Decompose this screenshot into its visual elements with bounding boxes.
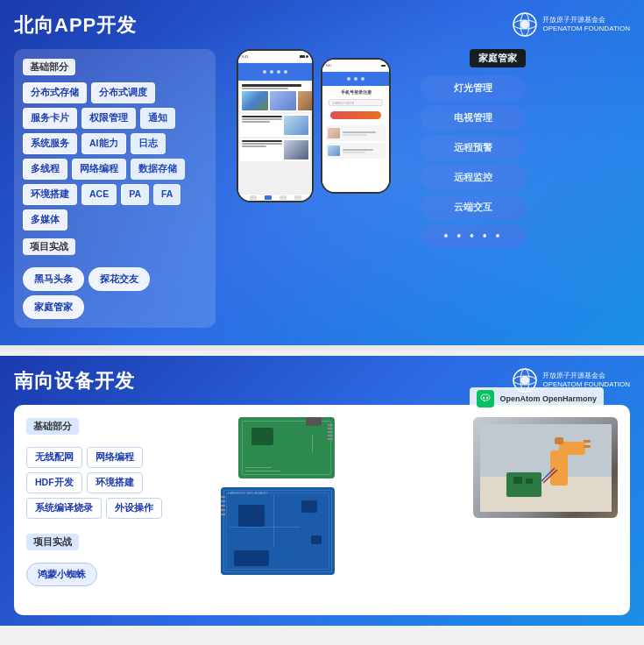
tag-network: 网络编程 <box>72 159 126 180</box>
bottom-tag-peripheral: 外设操作 <box>106 498 162 519</box>
watermark: OpenAtom OpenHarmony <box>470 387 604 410</box>
wechat-icon <box>477 390 494 408</box>
bottom-section: 开放原子开源基金会 OPENATOM FOUNDATION 南向设备开发 基础部… <box>0 356 644 626</box>
tags-grid-1: 分布式存储 分布式调度 服务卡片 权限管理 通知 系统服务 AI能力 日志 多线… <box>23 82 207 230</box>
svg-rect-9 <box>480 424 612 477</box>
smart-btn-monitor[interactable]: 远程监控 <box>421 165 526 190</box>
tag-multithread: 多线程 <box>23 159 67 180</box>
logo-text: 开放原子开源基金会 OPENATOM FOUNDATION <box>542 16 630 34</box>
tag-ace: ACE <box>81 184 117 205</box>
svg-rect-14 <box>584 445 591 448</box>
bottom-project-tags: 鸿蒙小蜘蛛 <box>26 563 202 586</box>
robot-arm-photo <box>473 417 618 518</box>
tag-auth: 权限管理 <box>81 108 136 129</box>
smart-btn-light[interactable]: 灯光管理 <box>421 75 526 101</box>
bottom-left-panel: 基础部分 无线配网 网络编程 HDF开发 环境搭建 系统编译烧录 外设操作 项目… <box>26 417 202 586</box>
svg-point-21 <box>486 397 488 399</box>
bottom-tag-env: 环境搭建 <box>87 472 143 493</box>
svg-rect-19 <box>526 478 533 484</box>
bottom-content-area: 基础部分 无线配网 网络编程 HDF开发 环境搭建 系统编译烧录 外设操作 项目… <box>14 405 630 615</box>
phone-status-bar-2: 9:41 <box>322 60 389 72</box>
bottom-tag-network: 网络编程 <box>87 447 143 468</box>
tag-service-card: 服务卡片 <box>23 108 77 129</box>
wechat-svg <box>479 393 492 405</box>
left-panel: 基础部分 分布式存储 分布式调度 服务卡片 权限管理 通知 系统服务 AI能力 … <box>14 49 216 328</box>
openatom-logo-icon <box>513 12 537 37</box>
tag-datastorage: 数据存储 <box>131 159 185 180</box>
tag-distributed-storage: 分布式存储 <box>23 82 87 103</box>
svg-rect-10 <box>550 450 568 486</box>
top-section: 开放原子开源基金会 OPENATOM FOUNDATION 北向APP开发 基础… <box>0 0 644 345</box>
svg-rect-17 <box>506 472 541 497</box>
pcb-board-large: HARMONY DEV BOARD <box>221 487 335 575</box>
svg-rect-12 <box>555 437 563 444</box>
logo-area: 开放原子开源基金会 OPENATOM FOUNDATION <box>513 12 630 37</box>
tag-media: 多媒体 <box>23 209 67 230</box>
project-section: 项目实战 黑马头条 探花交友 家庭管家 <box>23 237 207 319</box>
smart-btn-tv[interactable]: 电视管理 <box>421 105 526 131</box>
tag-notify: 通知 <box>140 108 175 129</box>
home-label: 家庭管家 <box>470 49 526 67</box>
pcb-board-small <box>238 417 335 478</box>
bottom-project-label: 项目实战 <box>26 534 79 550</box>
top-content-area: 基础部分 分布式存储 分布式调度 服务卡片 权限管理 通知 系统服务 AI能力 … <box>14 49 630 328</box>
bottom-project-section: 项目实战 鸿蒙小蜘蛛 <box>26 533 202 586</box>
project-tag-spider: 鸿蒙小蜘蛛 <box>26 563 97 586</box>
project-tag-news: 黑马头条 <box>23 267 84 291</box>
phone-screen-1: 9:41 <box>238 51 312 201</box>
phone-screen-2: 9:41 手机号登录注册 13865711978 <box>322 60 389 192</box>
bottom-base-label: 基础部分 <box>26 418 79 435</box>
svg-point-5 <box>520 376 529 385</box>
smart-btn-dots: • • • • • <box>421 224 526 247</box>
phone-mockup-1: 9:41 <box>237 49 314 202</box>
phone-nav-1 <box>238 63 312 81</box>
phones-area: 9:41 <box>226 49 401 202</box>
phone-status-bar: 9:41 <box>238 51 312 63</box>
svg-point-20 <box>483 397 485 399</box>
tag-log: 日志 <box>131 133 166 154</box>
robot-arm-svg <box>480 424 612 512</box>
project-tags: 黑马头条 探花交友 家庭管家 <box>23 267 207 319</box>
tag-fa: FA <box>153 184 180 205</box>
base-label: 基础部分 <box>23 59 75 75</box>
section-divider <box>0 345 644 351</box>
right-panel: 家庭管家 灯光管理 电视管理 远程预警 远程监控 云端交互 • • • • • <box>412 49 526 247</box>
tag-pa: PA <box>121 184 149 205</box>
svg-rect-8 <box>480 477 612 512</box>
tag-sys-service: 系统服务 <box>23 133 77 154</box>
bottom-tag-wifi: 无线配网 <box>26 447 82 468</box>
svg-rect-13 <box>584 440 591 443</box>
smart-btn-alarm[interactable]: 远程预警 <box>421 135 526 160</box>
project-tag-home: 家庭管家 <box>23 295 84 319</box>
svg-point-1 <box>520 20 529 29</box>
tag-distributed-schedule: 分布式调度 <box>91 82 155 103</box>
bottom-tag-compile: 系统编译烧录 <box>26 498 102 519</box>
smart-btn-cloud[interactable]: 云端交互 <box>421 195 526 220</box>
project-label: 项目实战 <box>23 238 75 255</box>
watermark-text: OpenAtom OpenHarmony <box>499 394 597 403</box>
svg-rect-18 <box>513 477 522 484</box>
bottom-tag-hdf: HDF开发 <box>26 472 82 493</box>
phone-nav-2 <box>322 72 389 86</box>
phone-mockup-2: 9:41 手机号登录注册 13865711978 <box>321 58 391 194</box>
bottom-tags-grid: 无线配网 网络编程 HDF开发 环境搭建 系统编译烧录 外设操作 <box>26 447 202 519</box>
tag-ai: AI能力 <box>81 133 126 154</box>
tag-env: 环境搭建 <box>23 184 77 205</box>
project-tag-dating: 探花交友 <box>88 267 150 291</box>
